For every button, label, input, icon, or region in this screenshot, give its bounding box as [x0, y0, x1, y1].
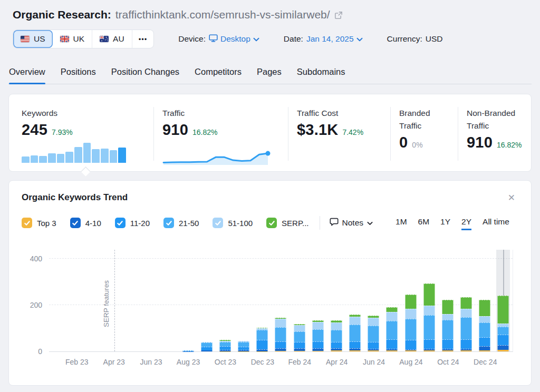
bar-slot-nov-23[interactable]	[235, 250, 253, 351]
page-title: Organic Research:	[13, 8, 111, 21]
bar-segment	[275, 319, 286, 327]
bar-slot-may-24[interactable]	[346, 250, 364, 351]
bar-segment	[387, 339, 398, 349]
organic-research-page: Organic Research: trafficthinktank.com/s…	[0, 0, 540, 386]
bar-slot-feb-23[interactable]	[68, 250, 86, 351]
bar-segment	[461, 339, 472, 349]
tab-competitors[interactable]: Competitors	[195, 62, 242, 84]
x-axis-cell: Apr 23	[105, 357, 123, 370]
bar-segment	[368, 342, 379, 349]
bar-segment	[387, 312, 398, 321]
x-axis-cell	[198, 357, 216, 370]
bar-slot-jun-23[interactable]	[142, 250, 160, 351]
range-2y-button[interactable]: 2Y	[461, 217, 471, 229]
date-dropdown[interactable]: Jan 14, 2025	[306, 34, 363, 44]
tab-position-changes[interactable]: Position Changes	[111, 62, 179, 84]
bar-segment	[275, 327, 286, 341]
date-label: Date:	[284, 34, 303, 44]
bar-segment	[201, 342, 212, 347]
bar-slot-jan-23[interactable]	[49, 250, 68, 351]
range-1y-button[interactable]: 1Y	[440, 217, 450, 229]
bar-segment	[350, 341, 361, 348]
bar-segment	[498, 345, 509, 350]
bar-slot-oct-24[interactable]	[438, 250, 457, 351]
bar-slot-jan-25[interactable]	[494, 250, 513, 351]
tab-overview[interactable]: Overview	[9, 62, 45, 84]
country-tab-au[interactable]: AU	[92, 30, 132, 48]
bar-segment	[257, 330, 268, 340]
bar-slot-sep-23[interactable]	[197, 250, 216, 351]
tab-subdomains[interactable]: Subdomains	[297, 62, 345, 84]
bar-slot-aug-23[interactable]	[179, 250, 197, 351]
tab-positions[interactable]: Positions	[61, 62, 96, 84]
x-axis-labels: Feb 23Apr 23Jun 23Aug 23Oct 23Dec 23Feb …	[49, 357, 513, 370]
more-countries-button[interactable]: •••	[132, 30, 154, 48]
metric-value: 0	[399, 134, 408, 151]
x-axis-cell: Dec 24	[476, 357, 495, 370]
range-1m-button[interactable]: 1M	[396, 217, 407, 229]
range-6m-button[interactable]: 6M	[418, 217, 430, 229]
legend-21-50-checkbox[interactable]: 21-50	[163, 218, 199, 228]
bar-segment	[387, 307, 398, 312]
bar-segment	[312, 329, 323, 341]
mini-bar	[110, 150, 118, 163]
metric-keywords: Keywords 245 7.93%	[22, 107, 153, 161]
bar-segment	[461, 297, 472, 309]
y-axis-tick-label: 400	[21, 254, 42, 263]
tab-pages[interactable]: Pages	[257, 62, 282, 84]
legend-51-100-checkbox[interactable]: 51-100	[213, 218, 253, 228]
legend-serp-features-checkbox[interactable]: SERP...	[266, 218, 308, 228]
legend-4-10-checkbox[interactable]: 4-10	[70, 218, 101, 228]
stacked-bar	[442, 300, 453, 351]
bar-slot-jun-24[interactable]	[364, 250, 383, 351]
x-axis-cell	[272, 357, 290, 370]
bar-segment	[312, 322, 323, 329]
x-axis-cell: Oct 24	[439, 357, 457, 370]
legend-label: Top 3	[37, 219, 56, 228]
external-link-icon[interactable]	[334, 11, 343, 22]
report-tabs: Overview Positions Position Changes Comp…	[8, 62, 532, 84]
metrics-summary-card: Keywords 245 7.93% Traffic 910 16.82% Tr…	[8, 94, 532, 172]
bar-slot-oct-23[interactable]	[216, 250, 234, 351]
device-label: Device:	[178, 34, 206, 44]
chevron-down-icon	[253, 34, 259, 44]
stacked-bar	[219, 340, 230, 351]
range-all-time-button[interactable]: All time	[483, 217, 509, 229]
stacked-bar	[257, 328, 268, 351]
device-dropdown[interactable]: Desktop	[209, 34, 259, 44]
controls-divider	[320, 216, 320, 230]
bar-slot-nov-24[interactable]	[457, 250, 475, 351]
legend-label: SERP...	[282, 219, 308, 228]
bar-slot-jul-23[interactable]	[160, 250, 179, 351]
bar-slot-mar-24[interactable]	[308, 250, 327, 351]
bar-slot-apr-24[interactable]	[327, 250, 345, 351]
x-axis-cell: Jun 24	[364, 357, 383, 370]
bar-slot-jan-24[interactable]	[272, 250, 290, 351]
notes-dropdown[interactable]: Notes	[330, 218, 373, 229]
mini-bar	[118, 148, 126, 163]
bar-slot-may-23[interactable]	[123, 250, 142, 351]
stacked-bar	[423, 283, 435, 351]
bar-slot-dec-24[interactable]	[476, 250, 494, 351]
bar-slot-dec-23[interactable]	[253, 250, 272, 351]
legend-top3-checkbox[interactable]: Top 3	[22, 218, 56, 228]
note-bubble-icon	[330, 218, 339, 229]
close-icon[interactable]: ✕	[505, 192, 518, 203]
bar-segment	[368, 350, 379, 351]
country-tab-us[interactable]: US	[13, 30, 53, 48]
country-tab-uk[interactable]: UK	[53, 30, 92, 48]
bar-slot-aug-24[interactable]	[401, 250, 420, 351]
bar-slot-sep-24[interactable]	[420, 250, 438, 351]
bar-segment	[294, 325, 305, 331]
bar-segment	[350, 325, 361, 341]
x-axis-cell: Feb 24	[291, 357, 309, 370]
date-value: Jan 14, 2025	[306, 34, 354, 44]
bar-slot-feb-24[interactable]	[290, 250, 308, 351]
bar-slot-jul-24[interactable]	[383, 250, 401, 351]
mini-bar	[48, 153, 56, 163]
bar-segment	[405, 340, 416, 349]
legend-11-20-checkbox[interactable]: 11-20	[115, 218, 150, 228]
metric-change: 7.93%	[52, 128, 73, 136]
checkbox-checked-icon	[213, 218, 223, 228]
country-tab-label: US	[34, 34, 45, 44]
